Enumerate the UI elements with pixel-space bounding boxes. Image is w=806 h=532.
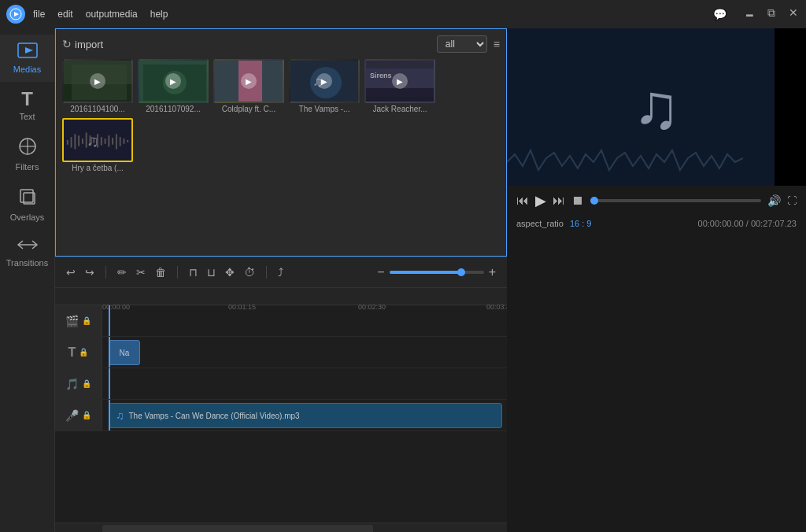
text-clip[interactable]: Na xyxy=(109,340,140,365)
menu-edit[interactable]: edit xyxy=(57,9,72,20)
app-icon xyxy=(6,5,25,24)
sidebar-item-text[interactable]: T Text xyxy=(0,82,54,129)
transitions-label: Transitions xyxy=(6,258,48,268)
media-item-1[interactable]: ▶ 20161104100... xyxy=(62,59,133,113)
time-display: 00:00:00.00 / 00:27:07.23 xyxy=(698,219,797,228)
filters-icon xyxy=(18,137,37,159)
media-toolbar: ↻ import all video audio ≡ xyxy=(62,35,500,53)
media-item-6[interactable]: ♫ Hry a četba (... xyxy=(62,118,133,172)
zoom-fill xyxy=(390,271,460,274)
timeline-scrollbar[interactable] xyxy=(55,523,507,532)
zoom-handle[interactable] xyxy=(457,268,465,276)
zoom-slider[interactable] xyxy=(390,271,484,274)
waveform-background xyxy=(507,139,743,186)
audio-clip-label: The Vamps - Can We Dance (Official Video… xyxy=(129,412,300,420)
filter-select[interactable]: all video audio xyxy=(437,35,487,53)
video-track-content[interactable] xyxy=(102,305,507,336)
close-button[interactable]: ✕ xyxy=(787,6,800,19)
split-left-button[interactable]: ⊓ xyxy=(187,264,199,280)
time-total: 00:27:07.23 xyxy=(751,219,797,228)
play-overlay-1: ▶ xyxy=(90,73,105,89)
medias-icon xyxy=(17,42,38,61)
medias-label: Medias xyxy=(13,65,41,74)
export-button[interactable]: ⤴ xyxy=(276,264,285,280)
play-overlay-5: ▶ xyxy=(392,73,408,89)
preview-panel: ♫ ⏮ ▶ ⏭ ⏹ 🔊 ⛶ aspect_ratio 16 : 9 00:00:… xyxy=(507,28,806,532)
audio-track1-content[interactable] xyxy=(102,368,507,399)
sidebar-item-transitions[interactable]: Transitions xyxy=(0,230,54,275)
toolbar-divider-2 xyxy=(177,266,178,279)
preview-controls: ⏮ ▶ ⏭ ⏹ 🔊 ⛶ xyxy=(507,186,806,216)
audio-track1-lock[interactable]: 🔒 xyxy=(82,379,91,388)
media-item-2[interactable]: ▶ 20161107092... xyxy=(138,59,209,113)
prev-frame-button[interactable]: ⏮ xyxy=(516,194,529,208)
text-clip-label: Na xyxy=(120,349,130,357)
edit-pen-button[interactable]: ✏ xyxy=(116,264,128,280)
preview-right-bar xyxy=(775,28,806,186)
play-button[interactable]: ▶ xyxy=(535,192,546,209)
delete-button[interactable]: 🗑 xyxy=(153,264,168,280)
scissors-button[interactable]: ✂ xyxy=(135,264,147,280)
chat-icon[interactable]: 💬 xyxy=(712,6,727,22)
toolbar-divider-1 xyxy=(105,266,106,279)
grid-view-button[interactable]: ≡ xyxy=(494,38,500,50)
media-item-4[interactable]: ♫ ▶ The Vamps -... xyxy=(289,59,360,113)
text-track-icon: T xyxy=(68,345,76,360)
video-track-header: 🎬 🔒 xyxy=(55,305,102,336)
text-track-content[interactable]: Na xyxy=(102,337,507,368)
media-thumb-1: ▶ xyxy=(62,59,133,103)
undo-button[interactable]: ↩ xyxy=(65,264,77,280)
media-item-5[interactable]: Sirens ▶ Jack Reacher... xyxy=(364,59,435,113)
timeline-tracks: 🎬 🔒 T 🔒 Na xyxy=(55,305,507,523)
split-right-button[interactable]: ⊔ xyxy=(205,264,217,280)
media-label-4: The Vamps -... xyxy=(299,105,350,113)
play-overlay-4: ▶ xyxy=(316,73,332,89)
titlebar: file edit outputmedia help 💬 🗕 ⧉ ✕ xyxy=(0,0,806,28)
volume-button[interactable]: 🔊 xyxy=(767,194,781,207)
redo-button[interactable]: ↪ xyxy=(83,264,96,280)
zoom-out-button[interactable]: − xyxy=(375,264,386,281)
minimize-button[interactable]: 🗕 xyxy=(743,6,756,19)
restore-button[interactable]: ⧉ xyxy=(765,6,778,19)
media-item-3[interactable]: ▶ Coldplay ft. C... xyxy=(213,59,284,113)
sidebar-item-filters[interactable]: Filters xyxy=(0,129,54,179)
zoom-controls: − + xyxy=(375,264,497,281)
audio-track2-icon: 🎤 xyxy=(65,409,79,422)
fullscreen-button[interactable]: ⛶ xyxy=(787,195,797,206)
audio-track1-header: 🎵 🔒 xyxy=(55,368,102,399)
media-label-3: Coldplay ft. C... xyxy=(222,105,275,113)
audio2-cursor xyxy=(109,400,110,430)
text-track-lock[interactable]: 🔒 xyxy=(79,348,88,357)
media-thumb-2: ▶ xyxy=(138,59,209,103)
media-label-6: Hry a četba (... xyxy=(72,164,124,172)
preview-info: aspect_ratio 16 : 9 00:00:00.00 / 00:27:… xyxy=(507,216,806,231)
music-note-large: ♫ xyxy=(633,71,680,143)
text-label: Text xyxy=(19,112,35,121)
preview-progress-bar[interactable] xyxy=(590,199,761,202)
import-button[interactable]: ↻ import xyxy=(62,38,103,50)
audio-track2-lock[interactable]: 🔒 xyxy=(82,411,91,419)
stop-button[interactable]: ⏹ xyxy=(571,194,584,208)
zoom-in-button[interactable]: + xyxy=(487,264,497,281)
menu-help[interactable]: help xyxy=(150,9,168,20)
audio-track2-row: 🎤 🔒 ♫ The Vamps - Can We Dance (Official… xyxy=(55,400,507,431)
svg-marker-3 xyxy=(25,47,33,54)
transitions-icon xyxy=(17,238,39,255)
audio-track2-content[interactable]: ♫ The Vamps - Can We Dance (Official Vid… xyxy=(102,400,507,430)
video-track-lock[interactable]: 🔒 xyxy=(82,316,91,325)
progress-handle[interactable] xyxy=(590,197,598,205)
media-grid: ▶ 20161104100... ▶ 20161107092... xyxy=(62,59,500,172)
preview-screen: ♫ xyxy=(507,28,806,186)
move-button[interactable]: ✥ xyxy=(224,264,236,280)
time-current: 00:00:00.00 xyxy=(698,219,744,228)
svg-text:♫: ♫ xyxy=(87,131,99,150)
next-frame-button[interactable]: ⏭ xyxy=(553,194,565,208)
audio-clip[interactable]: ♫ The Vamps - Can We Dance (Official Vid… xyxy=(109,403,502,428)
clock-button[interactable]: ⏱ xyxy=(242,264,257,280)
svg-rect-18 xyxy=(215,61,238,103)
timeline-cursor xyxy=(109,305,110,336)
sidebar-item-overlays[interactable]: Overlays xyxy=(0,179,54,230)
sidebar-item-medias[interactable]: Medias xyxy=(0,35,54,82)
menu-file[interactable]: file xyxy=(33,9,45,20)
menu-outputmedia[interactable]: outputmedia xyxy=(86,9,138,20)
